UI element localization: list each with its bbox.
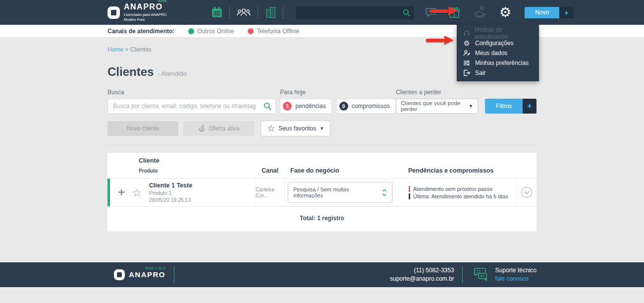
gear-icon[interactable]: ⚙	[499, 6, 511, 19]
busca-label: Busca	[107, 89, 276, 96]
footer-logo: ANAPRO Beta 1.32.4	[114, 269, 165, 280]
col-canal: Canal	[255, 153, 285, 178]
caret-down-icon: ▼	[320, 126, 324, 131]
breadcrumb-separator: >	[125, 46, 128, 53]
megaphone-icon	[198, 125, 205, 132]
beta-tag: Beta	[158, 0, 166, 3]
col-produto: Produto	[139, 168, 255, 174]
gears-icon: ⚙	[463, 40, 471, 47]
client-product: Produto 1	[149, 190, 192, 196]
building-icon[interactable]	[264, 6, 277, 19]
search-icon[interactable]	[263, 102, 272, 111]
add-icon[interactable]: +	[118, 186, 125, 198]
breadcrumb-home-link[interactable]: Home	[107, 46, 123, 53]
menu-item-minhas-preferencias[interactable]: Minhas preferências	[457, 58, 539, 68]
license-text: Licenciado para ANAPRO Modelo Free	[124, 12, 166, 22]
channel-outros: Outros Online	[188, 28, 234, 35]
caret-down-icon: ▼	[469, 104, 473, 109]
col-fase: Fase do negócio	[285, 153, 392, 178]
star-icon: ☆	[267, 124, 275, 133]
menu-item-sair[interactable]: Sair	[457, 68, 539, 78]
favorite-star-icon[interactable]: ☆	[132, 187, 142, 198]
logo[interactable]: ANAPRO Beta Licenciado para ANAPRO Model…	[107, 3, 182, 22]
page-subtitle: - Atendido	[158, 70, 187, 77]
novo-button[interactable]: Novo	[525, 7, 559, 18]
pendencias-badge[interactable]: 1 pendências	[280, 99, 331, 114]
global-search	[296, 6, 414, 19]
fase-select[interactable]: Pesquisa / Sem muitas informações	[288, 182, 392, 203]
table-row: + ☆ Cliente 1 Teste Produto 1 28/05/20 1…	[107, 179, 537, 207]
anapro-logo-icon	[107, 6, 120, 19]
pendencia-navy-bar	[409, 193, 410, 199]
support-email: suporte@anapro.com.br	[390, 275, 454, 283]
client-canal: Carteira Cor...	[255, 179, 285, 206]
up-down-chevrons-icon	[382, 189, 387, 196]
novo-cliente-button[interactable]: Novo cliente	[107, 121, 178, 136]
anapro-logo-icon	[114, 269, 125, 280]
red-arrow-to-configuracoes	[425, 36, 454, 45]
para-hoje-label: Para hoje	[280, 89, 396, 96]
menu-item-label: Configurações	[475, 40, 513, 47]
compromissos-badge[interactable]: 0 compromissos	[336, 99, 396, 114]
footer: ANAPRO Beta 1.32.4 (11) 5082-3353 suport…	[0, 262, 644, 287]
compromissos-count: 0	[339, 102, 348, 111]
pendencia-item: Última: Atendimento atendido há 5 dias	[409, 193, 508, 199]
menu-item-label: Sair	[475, 69, 485, 76]
row-status-bar	[107, 179, 110, 206]
menu-item-modulo-atendimento: Módulo de atendimento	[457, 28, 539, 38]
menu-item-label: Meus dados	[475, 50, 507, 57]
table-total: Total: 1 registro	[107, 207, 537, 232]
breadcrumb-current: Clientes	[130, 46, 152, 53]
footer-brand: ANAPRO	[129, 270, 165, 279]
client-datetime: 28/05/20 19:25:13	[149, 197, 192, 203]
channels-status-bar: Canais de atendimento: Outros Online Tel…	[0, 25, 644, 38]
support-phone: (11) 5082-3353	[390, 266, 454, 275]
expand-row-button[interactable]	[521, 187, 532, 198]
users-icon[interactable]	[236, 6, 252, 18]
logout-icon	[463, 69, 471, 76]
search-icon[interactable]	[402, 8, 411, 17]
calendar-icon[interactable]	[211, 6, 223, 19]
channel-telefonia: Telefonia Offline	[248, 28, 299, 35]
status-dot-online	[188, 28, 194, 34]
table-header-row: Cliente Produto Canal Fase do negócio Pe…	[107, 153, 537, 179]
novo-plus-button[interactable]: +	[559, 7, 574, 18]
pendencias-count: 1	[283, 102, 292, 111]
brand-name: ANAPRO	[124, 2, 162, 11]
col-cliente: Cliente	[139, 157, 255, 164]
clientes-a-perder-select[interactable]: Clientes que você pode perder ▼	[396, 99, 478, 114]
divider	[258, 6, 258, 19]
menu-item-label: Módulo de atendimento	[475, 26, 533, 40]
footer-divider	[462, 266, 463, 283]
footer-divider	[174, 266, 174, 283]
seus-favoritos-dropdown[interactable]: ☆ Seus favoritos ▼	[261, 121, 330, 136]
filtros-button[interactable]: Filtros	[485, 99, 523, 114]
pendencia-red-bar	[409, 186, 410, 192]
pendencia-item: Atendimento sem próximo passo	[409, 186, 492, 192]
col-pendencias: Pendências e compromissos	[392, 153, 516, 178]
busca-input[interactable]	[107, 99, 276, 114]
divider	[229, 6, 230, 19]
sliders-icon	[463, 60, 471, 66]
oferta-ativa-button[interactable]: Oferta ativa	[183, 121, 254, 136]
support-link[interactable]: fale conosco	[495, 275, 537, 283]
section-divider	[107, 144, 537, 145]
status-dot-offline	[248, 28, 254, 34]
support-chat-icon	[471, 266, 489, 283]
client-name[interactable]: Cliente 1 Teste	[149, 182, 192, 189]
red-arrow-to-gear	[429, 6, 458, 15]
support-title: Suporte técnico	[495, 266, 537, 275]
campaign-icon[interactable]	[471, 5, 489, 20]
divider	[283, 6, 283, 19]
menu-item-meus-dados[interactable]: Meus dados	[457, 48, 539, 58]
channels-label: Canais de atendimento:	[107, 28, 174, 35]
footer-version: Beta 1.32.4	[145, 266, 165, 270]
top-navbar: ANAPRO Beta Licenciado para ANAPRO Model…	[0, 0, 644, 25]
menu-item-label: Minhas preferências	[475, 60, 529, 66]
page-title: Clientes	[107, 65, 154, 79]
filtros-plus-button[interactable]: +	[523, 99, 537, 114]
clients-table-card: Cliente Produto Canal Fase do negócio Pe…	[107, 153, 537, 232]
settings-dropdown-menu: Módulo de atendimento ⚙ Configurações Me…	[457, 25, 539, 81]
global-search-input[interactable]	[296, 6, 414, 19]
footer-contact: (11) 5082-3353 suporte@anapro.com.br	[390, 266, 454, 284]
